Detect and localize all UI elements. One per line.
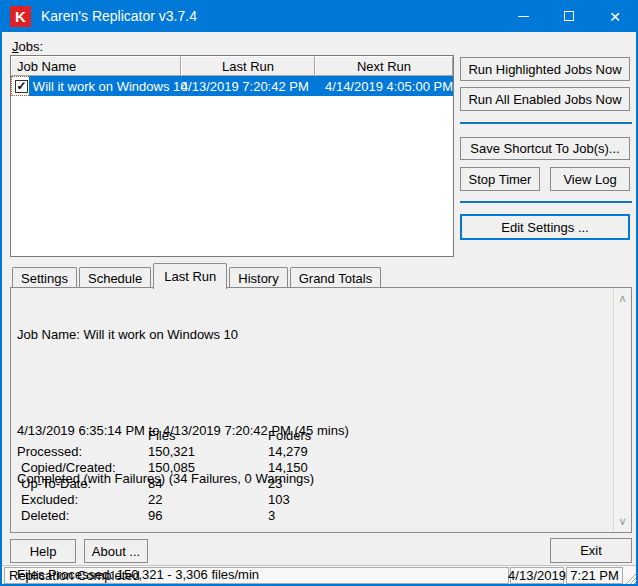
stats-header-folders: Folders (268, 428, 388, 444)
stats-row-files: 96 (148, 508, 268, 524)
jobs-label: Jobs: (12, 39, 43, 54)
tab-schedule[interactable]: Schedule (79, 267, 151, 288)
stats-row-folders: 14,150 (268, 460, 388, 476)
column-header-next-run[interactable]: Next Run (315, 56, 453, 76)
tab-settings[interactable]: Settings (12, 267, 77, 288)
tab-grand-totals[interactable]: Grand Totals (290, 267, 381, 288)
stats-row-folders: 23 (268, 476, 388, 492)
run-all-enabled-jobs-button[interactable]: Run All Enabled Jobs Now (460, 87, 630, 111)
tab-last-run[interactable]: Last Run (153, 263, 227, 289)
files-processed-line: Files Processed: 150,321 - 3,306 files/m… (17, 567, 407, 583)
view-log-button[interactable]: View Log (550, 167, 630, 191)
scroll-down-icon[interactable]: ∨ (614, 513, 631, 530)
stats-row-label: Processed: (17, 444, 148, 460)
stats-row-folders: 3 (268, 508, 388, 524)
minimize-icon (518, 16, 529, 17)
stats-row-label: Copied/Created: (17, 460, 148, 476)
stats-row-folders: 14,279 (268, 444, 388, 460)
divider-line (460, 201, 632, 203)
maximize-button[interactable] (546, 0, 592, 32)
titlebar: K Karen's Replicator v3.7.4 × (0, 0, 638, 32)
tabstrip: Settings Schedule Last Run History Grand… (12, 262, 383, 288)
status-time: 7:21 PM (566, 567, 623, 584)
minimize-button[interactable] (500, 0, 546, 32)
close-button[interactable]: × (592, 0, 638, 32)
resize-grip[interactable] (625, 573, 636, 584)
app-window: K Karen's Replicator v3.7.4 × Jobs: Job … (0, 0, 638, 586)
jobs-label-rest: obs: (19, 39, 44, 54)
divider-line (460, 122, 632, 124)
column-header-job-name[interactable]: Job Name (11, 56, 181, 76)
maximize-icon (564, 11, 574, 21)
stats-row-files: 150,085 (148, 460, 268, 476)
stats-row-label: Deleted: (17, 508, 148, 524)
app-logo-icon: K (10, 6, 31, 27)
stats-row-files: 84 (148, 476, 268, 492)
job-name-line: Job Name: Will it work on Windows 10 (17, 327, 407, 343)
vertical-scrollbar[interactable]: ∧ ∨ (613, 288, 631, 532)
edit-settings-button[interactable]: Edit Settings ... (460, 214, 630, 240)
job-row-selected[interactable]: ✓ Will it work on Windows 10 4/13/2019 7… (11, 76, 453, 96)
stats-row-label: Up-To-Date: (17, 476, 148, 492)
stats-row-label: Excluded: (17, 492, 148, 508)
save-shortcut-button[interactable]: Save Shortcut To Job(s)... (460, 137, 630, 160)
tab-history[interactable]: History (229, 267, 287, 288)
blank-line (17, 375, 407, 391)
job-name-cell: Will it work on Windows 10 (33, 79, 181, 94)
stats-header-empty (17, 428, 148, 444)
job-enabled-checkbox[interactable]: ✓ (15, 80, 28, 93)
exit-button[interactable]: Exit (550, 538, 632, 563)
last-run-tab-panel: Job Name: Will it work on Windows 10 4/1… (10, 287, 632, 533)
stats-row-files: 150,321 (148, 444, 268, 460)
window-controls: × (500, 0, 638, 32)
window-title: Karen's Replicator v3.7.4 (41, 8, 197, 24)
job-next-run-cell: 4/14/2019 4:05:00 PM (325, 79, 453, 94)
stats-header-files: Files (148, 428, 268, 444)
column-header-last-run[interactable]: Last Run (181, 56, 315, 76)
stats-row-files: 22 (148, 492, 268, 508)
last-run-stats-table: Files Folders Processed: 150,321 14,279 … (17, 428, 388, 524)
status-date: 4/13/2019 (510, 567, 564, 584)
run-highlighted-jobs-button[interactable]: Run Highlighted Jobs Now (460, 57, 630, 81)
scroll-up-icon[interactable]: ∧ (614, 290, 631, 307)
stop-timer-button[interactable]: Stop Timer (460, 167, 540, 191)
stats-row-folders: 103 (268, 492, 388, 508)
jobs-list: Job Name Last Run Next Run ✓ Will it wor… (10, 55, 454, 257)
job-last-run-cell: 4/13/2019 7:20:42 PM (181, 79, 317, 94)
close-icon: × (609, 7, 620, 26)
jobs-list-header: Job Name Last Run Next Run (11, 56, 453, 76)
